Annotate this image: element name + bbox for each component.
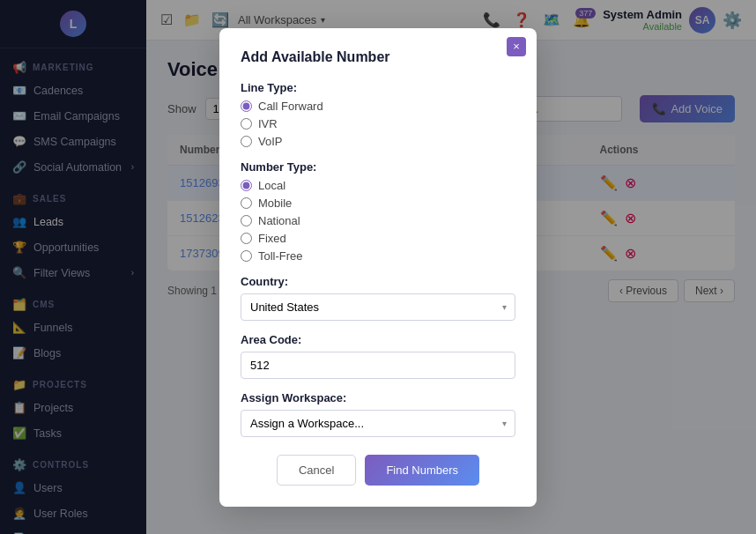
ivr-label: IVR xyxy=(258,117,278,130)
mobile-radio[interactable] xyxy=(241,197,252,209)
radio-call-forward[interactable]: Call Forward xyxy=(241,100,515,113)
radio-local[interactable]: Local xyxy=(241,179,515,192)
modal-close-button[interactable]: × xyxy=(507,37,526,56)
toll-free-label: Toll-Free xyxy=(258,249,303,263)
modal-title: Add Available Number xyxy=(241,49,515,65)
radio-toll-free[interactable]: Toll-Free xyxy=(241,249,515,263)
voip-label: VoIP xyxy=(258,135,282,148)
line-type-radio-group: Call Forward IVR VoIP xyxy=(241,100,515,148)
cancel-button[interactable]: Cancel xyxy=(277,455,356,486)
call-forward-radio[interactable] xyxy=(241,100,252,112)
assign-workspace-label: Assign Workspace: xyxy=(241,391,515,404)
country-label: Country: xyxy=(241,275,515,288)
country-select-wrap: United States Canada United Kingdom ▾ xyxy=(241,293,515,321)
modal-overlay: Add Available Number × Line Type: Call F… xyxy=(0,0,756,534)
national-radio[interactable] xyxy=(241,215,252,226)
radio-ivr[interactable]: IVR xyxy=(241,117,515,130)
national-label: National xyxy=(258,214,300,227)
radio-fixed[interactable]: Fixed xyxy=(241,232,515,245)
area-code-section: Area Code: xyxy=(241,333,515,379)
workspace-select[interactable]: Assign a Workspace... xyxy=(241,410,515,437)
ivr-radio[interactable] xyxy=(241,118,252,130)
mobile-label: Mobile xyxy=(258,197,292,210)
radio-national[interactable]: National xyxy=(241,214,515,227)
local-label: Local xyxy=(258,179,285,192)
line-type-label: Line Type: xyxy=(241,81,515,94)
country-section: Country: United States Canada United Kin… xyxy=(241,275,515,321)
area-code-input[interactable] xyxy=(241,352,515,379)
fixed-label: Fixed xyxy=(258,232,286,245)
call-forward-label: Call Forward xyxy=(258,100,323,113)
assign-workspace-section: Assign Workspace: Assign a Workspace... … xyxy=(241,391,515,437)
line-type-section: Line Type: Call Forward IVR VoIP xyxy=(241,81,515,148)
number-type-label: Number Type: xyxy=(241,160,515,174)
local-radio[interactable] xyxy=(241,180,252,191)
area-code-label: Area Code: xyxy=(241,333,515,346)
find-numbers-button[interactable]: Find Numbers xyxy=(365,455,479,486)
toll-free-radio[interactable] xyxy=(241,250,252,262)
add-number-modal: Add Available Number × Line Type: Call F… xyxy=(219,28,537,507)
number-type-radio-group: Local Mobile National Fixed Toll-Free xyxy=(241,179,515,263)
workspace-select-wrap: Assign a Workspace... ▾ xyxy=(241,410,515,437)
number-type-section: Number Type: Local Mobile National Fixed xyxy=(241,160,515,263)
country-select[interactable]: United States Canada United Kingdom xyxy=(241,293,515,321)
fixed-radio[interactable] xyxy=(241,233,252,244)
radio-voip[interactable]: VoIP xyxy=(241,135,515,148)
voip-radio[interactable] xyxy=(241,136,252,147)
modal-footer: Cancel Find Numbers xyxy=(241,455,515,486)
radio-mobile[interactable]: Mobile xyxy=(241,197,515,210)
